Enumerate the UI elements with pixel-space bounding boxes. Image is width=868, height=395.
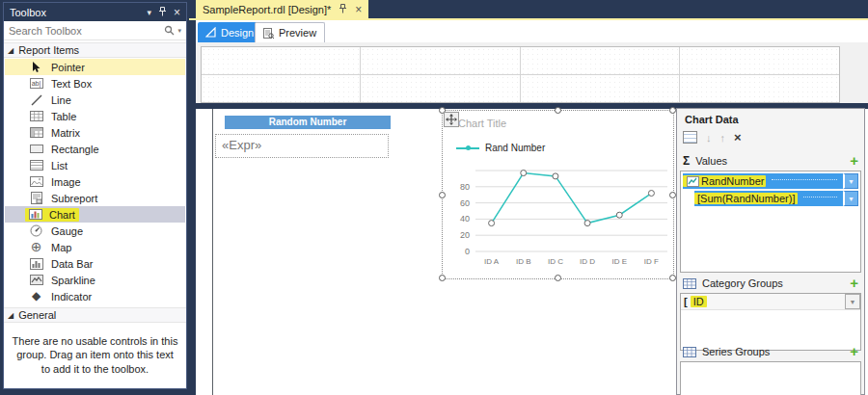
search-options-arrow-icon[interactable]: ▾ <box>177 27 181 35</box>
document-tab-title: SampleReport.rdl [Design]* <box>203 4 331 15</box>
svg-text:60: 60 <box>460 198 470 208</box>
report-expr-textbox[interactable]: «Expr» <box>215 134 389 158</box>
map-icon: ⊕ <box>29 241 43 253</box>
value-dropdown-button[interactable]: ▼ <box>843 173 858 189</box>
section-label: Category Groups <box>702 277 783 289</box>
svg-text:ID B: ID B <box>516 257 531 266</box>
collapse-triangle-icon: ◢ <box>8 46 14 55</box>
chart-data-panel: Chart Data ↓ ↑ × Σ Values + RandNumber ▼… <box>676 108 865 395</box>
chart-data-toolbar: ↓ ↑ × <box>683 130 742 145</box>
tablix-cell[interactable] <box>361 47 520 75</box>
document-tab[interactable]: SampleReport.rdl [Design]* × <box>196 0 368 18</box>
category-groups-header: Category Groups + <box>683 276 858 291</box>
selection-handle[interactable] <box>669 275 676 281</box>
category-groups-icon <box>683 278 696 289</box>
tab-label: Preview <box>279 27 316 39</box>
selection-handle[interactable] <box>439 192 446 198</box>
series-groups-icon <box>683 347 696 357</box>
toolbox-item-matrix[interactable]: Matrix <box>5 124 185 141</box>
section-label: Series Groups <box>702 346 770 357</box>
toolbox-item-table[interactable]: Table <box>5 108 185 124</box>
value-field-row[interactable]: RandNumber ▼ <box>683 173 858 189</box>
tablix-cell[interactable] <box>521 75 680 103</box>
category-groups-list: [ ID ▼ <box>680 293 861 351</box>
table-icon <box>29 110 43 122</box>
svg-text:ID D: ID D <box>580 257 595 266</box>
close-icon[interactable]: × <box>355 3 362 16</box>
toolbox-item-pointer[interactable]: Pointer <box>5 59 185 75</box>
value-field-label: RandNumber <box>701 175 764 187</box>
tablix-cell[interactable] <box>202 47 361 75</box>
pin-icon[interactable] <box>158 7 167 18</box>
toolbox-item-line[interactable]: Line <box>5 92 185 108</box>
values-list: RandNumber ▼ [Sum(RandNumber)] ▼ <box>680 171 861 273</box>
tablix-cell[interactable] <box>680 47 839 75</box>
toolbox-item-textbox[interactable]: ab| Text Box <box>5 75 185 92</box>
toolbox-item-databar[interactable]: Data Bar <box>5 255 185 272</box>
selection-handle[interactable] <box>669 192 676 198</box>
tablix-table[interactable] <box>201 46 840 103</box>
add-series-group-button[interactable]: + <box>850 345 858 358</box>
section-general[interactable]: ◢ General <box>4 307 186 323</box>
tablix-cell[interactable] <box>361 75 520 103</box>
leader-dots <box>772 179 837 180</box>
toolbox-item-rectangle[interactable]: Rectangle <box>5 141 185 157</box>
add-value-button[interactable]: + <box>850 154 858 168</box>
chart-icon <box>29 209 42 220</box>
toolbox-search[interactable]: ▾ <box>4 21 186 40</box>
section-label: Report Items <box>18 44 79 56</box>
toolbox-item-sparkline[interactable]: Sparkline <box>5 272 185 288</box>
toolbox-item-list[interactable]: List <box>5 157 185 173</box>
report-chart-plot[interactable]: 020406080ID AID BID CID DID EID F <box>443 159 674 278</box>
selection-handle[interactable] <box>555 107 561 114</box>
category-dropdown-button[interactable]: ▼ <box>845 294 860 309</box>
toolbox-item-gauge[interactable]: Gauge <box>5 223 185 239</box>
value-field-icon <box>687 176 699 187</box>
image-icon <box>29 175 43 188</box>
series-groups-list <box>680 361 861 395</box>
data-bar-icon <box>29 257 43 270</box>
value-dropdown-button[interactable]: ▼ <box>843 191 858 206</box>
tab-design[interactable]: Design <box>198 22 261 42</box>
tablix-cell[interactable] <box>521 47 680 75</box>
category-group-row[interactable]: [ ID ▼ <box>681 294 860 310</box>
move-down-icon[interactable]: ↓ <box>706 132 712 144</box>
svg-text:80: 80 <box>460 182 470 192</box>
tab-preview[interactable]: Preview <box>255 22 325 42</box>
add-category-group-button[interactable]: + <box>850 276 858 290</box>
selection-handle[interactable] <box>555 275 561 281</box>
toolbox-item-chart[interactable]: Chart <box>5 206 185 223</box>
chart-title[interactable]: Chart Title <box>458 118 506 129</box>
value-field-label: [Sum(RandNumber)] <box>694 193 798 204</box>
move-handle-icon[interactable] <box>444 112 459 127</box>
search-input[interactable] <box>9 25 164 37</box>
values-section-header: Σ Values + <box>683 153 858 169</box>
section-report-items[interactable]: ◢ Report Items <box>4 42 186 58</box>
toolbox-item-image[interactable]: Image <box>5 173 185 190</box>
toolbox-titlebar[interactable]: Toolbox ▾ × <box>4 3 186 21</box>
svg-text:0: 0 <box>465 247 470 256</box>
selection-handle[interactable] <box>439 275 446 281</box>
tablix-cell[interactable] <box>202 75 361 103</box>
series-groups-header: Series Groups + <box>683 344 858 359</box>
delete-icon[interactable]: × <box>734 130 742 145</box>
chart-legend[interactable]: Rand Number <box>456 143 545 153</box>
value-field-row[interactable]: [Sum(RandNumber)] ▼ <box>694 191 858 206</box>
report-table-header-cell[interactable]: Random Number <box>225 116 391 129</box>
toolbox-item-map[interactable]: ⊕ Map <box>5 239 185 255</box>
move-up-icon[interactable]: ↑ <box>720 132 726 144</box>
close-icon[interactable]: × <box>174 6 180 19</box>
subreport-icon <box>29 192 43 204</box>
group-bracket-icon: [ <box>684 296 688 307</box>
toolbox-item-subreport[interactable]: Subreport <box>5 190 185 206</box>
pin-icon[interactable] <box>339 4 347 15</box>
window-position-icon[interactable]: ▾ <box>147 8 151 17</box>
report-chart-object[interactable]: Chart Title Rand Number 020406080ID AID … <box>442 110 674 279</box>
selection-handle[interactable] <box>669 107 676 114</box>
search-icon[interactable] <box>164 25 175 36</box>
tablix-cell[interactable] <box>680 75 839 103</box>
field-list-icon[interactable] <box>683 131 697 144</box>
application-window: Toolbox ▾ × ▾ ◢ Report Items Pointer ab| <box>0 0 868 395</box>
toolbox-empty-message: There are no usable controls in this gro… <box>12 334 178 376</box>
toolbox-item-indicator[interactable]: ◆ Indicator <box>5 288 185 304</box>
